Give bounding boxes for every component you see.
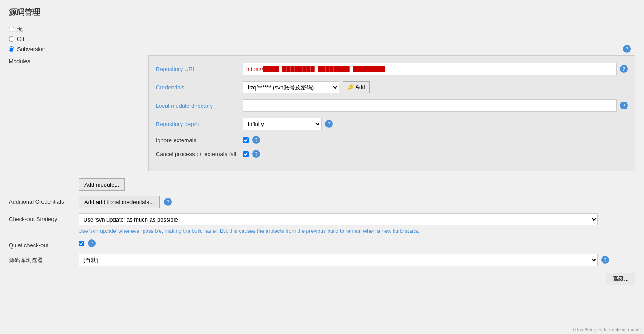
repo-depth-help-icon[interactable]: ?: [325, 120, 333, 128]
quiet-checkout-label: Quiet check-out: [9, 239, 79, 249]
cancel-externals-help-icon[interactable]: ?: [252, 150, 260, 158]
checkout-strategy-label: Check-out Strategy: [9, 213, 79, 222]
modules-row: Modules Repository URL ? Credentials: [9, 55, 635, 191]
quiet-checkout-row: Quiet check-out ?: [9, 239, 635, 249]
subversion-help-icon[interactable]: ?: [623, 45, 631, 53]
modules-content: Repository URL ? Credentials lizq/******…: [79, 55, 635, 191]
modules-box: Repository URL ? Credentials lizq/******…: [148, 55, 635, 171]
ignore-externals-checkbox[interactable]: [243, 137, 249, 143]
repo-depth-row: Repository depth infinityemptyfilesimmed…: [156, 118, 628, 130]
radio-none-label: 无: [17, 25, 23, 33]
subversion-section: Modules Repository URL ? Credentials: [9, 55, 635, 285]
radio-subversion-input[interactable]: [9, 46, 14, 52]
page-title: 源码管理: [9, 7, 635, 17]
radio-none[interactable]: 无: [9, 25, 635, 33]
quiet-checkout-help-icon[interactable]: ?: [88, 239, 96, 247]
local-module-help-icon[interactable]: ?: [620, 102, 628, 109]
ignore-externals-label: Ignore externals: [156, 137, 243, 143]
cancel-externals-label: Cancel process on externals fail: [156, 151, 243, 157]
add-credentials-button[interactable]: 🔑 Add: [343, 81, 370, 93]
quiet-checkout-checkbox[interactable]: [79, 241, 84, 246]
advanced-row: 高级...: [9, 273, 635, 285]
repo-url-help-icon[interactable]: ?: [620, 65, 628, 73]
depth-select[interactable]: infinityemptyfilesimmediatesunknown: [243, 118, 322, 130]
additional-credentials-label: Additional Credentials: [9, 196, 79, 205]
cancel-externals-checkbox[interactable]: [243, 151, 249, 157]
browser-select[interactable]: (自动): [79, 254, 598, 266]
cancel-externals-row: Cancel process on externals fail ?: [156, 150, 628, 158]
credentials-select[interactable]: lizq/****** (svn账号及密码): [243, 81, 339, 93]
checkout-hint: Use 'svn update' whenever possible, maki…: [79, 228, 635, 234]
repo-url-input[interactable]: [243, 63, 617, 75]
radio-subversion-label: Subversion: [17, 46, 45, 52]
browser-content: (自动) ?: [79, 254, 635, 266]
ignore-externals-help-icon[interactable]: ?: [252, 136, 260, 144]
advanced-button[interactable]: 高级...: [606, 273, 635, 285]
repo-url-label: Repository URL: [156, 66, 243, 72]
additional-credentials-row: Additional Credentials Add additional cr…: [9, 196, 635, 208]
radio-git[interactable]: Git: [9, 36, 635, 42]
watermark: https://blog.csdn.net/lizhi_mianli: [573, 327, 641, 332]
browser-label: 源码库浏览器: [9, 254, 79, 264]
credentials-row: Credentials lizq/****** (svn账号及密码) 🔑 Add: [156, 81, 628, 93]
radio-git-input[interactable]: [9, 36, 14, 42]
checkout-strategy-row: Check-out Strategy Use 'svn update' as m…: [9, 213, 635, 234]
checkout-strategy-select[interactable]: Use 'svn update' as much as possibleAlwa…: [79, 213, 598, 225]
additional-credentials-help-icon[interactable]: ?: [164, 198, 172, 206]
checkout-strategy-content: Use 'svn update' as much as possibleAlwa…: [79, 213, 635, 234]
local-module-label: Local module directory: [156, 102, 243, 109]
ignore-externals-row: Ignore externals ?: [156, 136, 628, 144]
repo-depth-label: Repository depth: [156, 121, 243, 127]
radio-none-input[interactable]: [9, 27, 14, 32]
add-module-button[interactable]: Add module...: [79, 178, 125, 191]
local-module-input[interactable]: [243, 99, 617, 112]
credentials-label: Credentials: [156, 84, 243, 91]
modules-label: Modules: [9, 55, 79, 65]
browser-row: 源码库浏览器 (自动) ?: [9, 254, 635, 266]
radio-git-label: Git: [17, 36, 24, 42]
credentials-wrapper: lizq/****** (svn账号及密码) 🔑 Add: [243, 81, 628, 93]
add-additional-credentials-button[interactable]: Add additional credentials...: [79, 196, 160, 208]
key-icon: 🔑: [347, 84, 354, 90]
additional-credentials-content: Add additional credentials... ?: [79, 196, 635, 208]
radio-subversion[interactable]: Subversion ?: [9, 45, 635, 53]
browser-help-icon[interactable]: ?: [601, 256, 609, 264]
local-module-row: Local module directory ?: [156, 99, 628, 112]
repo-url-row: Repository URL ?: [156, 63, 628, 75]
